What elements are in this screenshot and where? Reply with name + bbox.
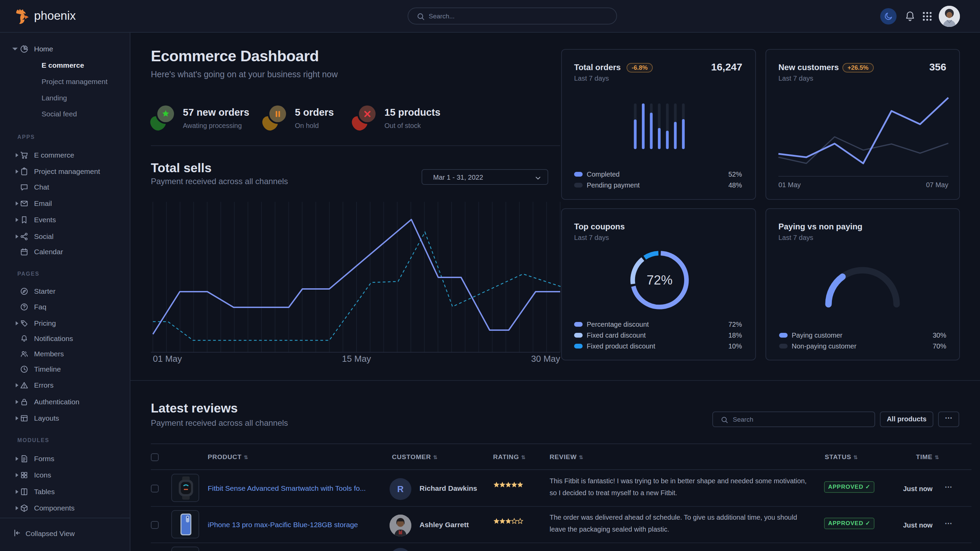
- svg-text:01 May: 01 May: [778, 181, 801, 189]
- svg-text:07 May: 07 May: [926, 181, 948, 189]
- svg-text:15 May: 15 May: [342, 354, 371, 364]
- svg-text:30 May: 30 May: [531, 354, 560, 364]
- svg-text:72%: 72%: [647, 273, 673, 287]
- svg-text:01 May: 01 May: [153, 354, 182, 364]
